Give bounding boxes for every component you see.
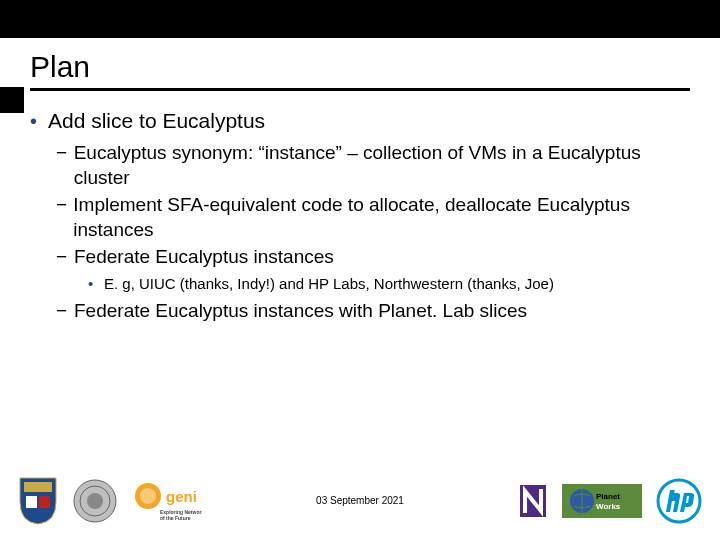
svg-point-7 xyxy=(140,488,156,504)
bullet-text: Add slice to Eucalyptus xyxy=(48,108,265,134)
bullet-text: E. g, UIUC (thanks, Indy!) and HP Labs, … xyxy=(104,273,554,294)
dash-icon: − xyxy=(56,140,74,190)
dash-icon: − xyxy=(56,244,74,269)
dash-icon: − xyxy=(56,192,73,242)
bullet-text: Eucalyptus synonym: “instance” – collect… xyxy=(74,140,690,190)
shield-crest-logo-icon xyxy=(18,476,58,526)
svg-text:Planet: Planet xyxy=(596,492,620,501)
slide-title: Plan xyxy=(30,50,690,91)
seal-logo-icon xyxy=(72,478,118,524)
bullet-text: Implement SFA-equivalent code to allocat… xyxy=(73,192,690,242)
svg-text:geni: geni xyxy=(166,488,197,505)
slide-content: • Add slice to Eucalyptus − Eucalyptus s… xyxy=(30,108,690,325)
logos-right: Planet Works xyxy=(518,478,702,524)
bullet-level2: − Federate Eucalyptus instances with Pla… xyxy=(56,298,690,323)
geni-logo-icon: geni Exploring Networks of the Future xyxy=(132,478,202,524)
planetworks-logo-icon: Planet Works xyxy=(562,484,642,518)
bullet-text: Federate Eucalyptus instances with Plane… xyxy=(74,298,527,323)
bullet-level1: • Add slice to Eucalyptus xyxy=(30,108,690,134)
bullet-level2: − Federate Eucalyptus instances xyxy=(56,244,690,269)
svg-text:Works: Works xyxy=(596,502,621,511)
northwestern-n-logo-icon xyxy=(518,481,548,521)
svg-rect-2 xyxy=(39,496,50,508)
title-left-block xyxy=(0,87,24,113)
svg-rect-1 xyxy=(26,496,37,508)
hp-logo-icon xyxy=(656,478,702,524)
logos-left: geni Exploring Networks of the Future xyxy=(18,476,202,526)
top-black-bar xyxy=(0,0,720,38)
dash-icon: − xyxy=(56,298,74,323)
svg-rect-0 xyxy=(24,482,52,492)
bullet-dot-icon: • xyxy=(30,108,48,134)
svg-text:of the Future: of the Future xyxy=(160,515,191,521)
footer: geni Exploring Networks of the Future 03… xyxy=(0,468,720,540)
bullet-level2: − Implement SFA-equivalent code to alloc… xyxy=(56,192,690,242)
svg-point-5 xyxy=(87,493,103,509)
bullet-text: Federate Eucalyptus instances xyxy=(74,244,334,269)
bullet-level2: − Eucalyptus synonym: “instance” – colle… xyxy=(56,140,690,190)
bullet-level3: • E. g, UIUC (thanks, Indy!) and HP Labs… xyxy=(88,273,690,294)
bullet-dot-icon: • xyxy=(88,273,104,294)
footer-date: 03 September 2021 xyxy=(316,495,404,507)
